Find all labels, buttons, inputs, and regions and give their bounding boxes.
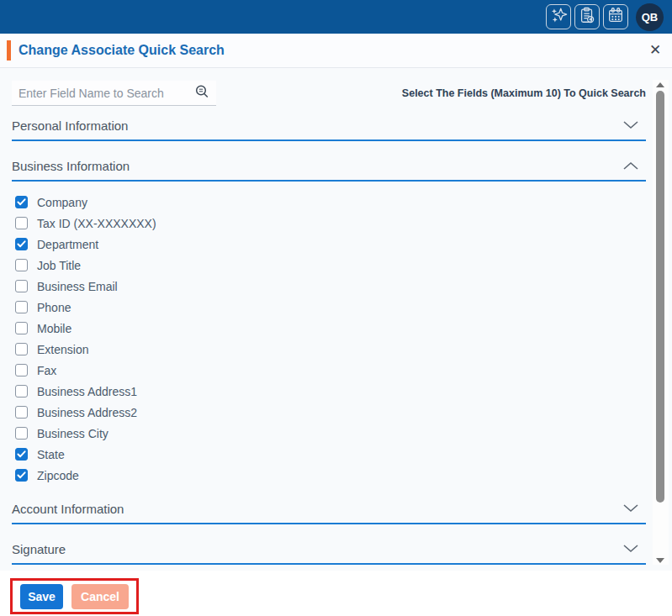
field-row-job-title: Job Title	[15, 255, 672, 276]
field-row-extension: Extension	[15, 339, 672, 360]
vertical-scrollbar	[653, 80, 669, 565]
field-label: State	[37, 448, 65, 461]
field-row-state: State	[15, 444, 672, 465]
checkbox-fax[interactable]	[15, 364, 28, 376]
section-signature[interactable]: Signature	[12, 541, 646, 565]
clipboard-add-icon	[578, 6, 596, 28]
scroll-up-arrow[interactable]	[656, 82, 664, 87]
field-row-business-city: Business City	[15, 423, 672, 444]
calendar-icon	[606, 6, 625, 28]
close-icon[interactable]: ✕	[646, 41, 664, 60]
field-label: Extension	[37, 343, 88, 356]
chevron-down-icon	[622, 118, 639, 133]
field-label: Business City	[37, 427, 108, 440]
user-avatar[interactable]: QB	[636, 3, 664, 31]
field-label: Business Address2	[37, 406, 137, 419]
checkbox-zipcode[interactable]	[15, 469, 28, 482]
title-accent-bar	[7, 40, 11, 61]
section-label: Account Information	[12, 502, 124, 516]
field-row-business-email: Business Email	[15, 276, 672, 297]
checkbox-business-address1[interactable]	[15, 385, 28, 398]
chevron-up-icon	[622, 158, 639, 173]
field-row-business-address1: Business Address1	[15, 381, 672, 402]
field-label: Business Email	[37, 280, 118, 293]
field-row-fax: Fax	[15, 360, 672, 381]
field-label: Fax	[37, 364, 56, 377]
calendar-button[interactable]	[603, 4, 628, 29]
field-label: Phone	[37, 301, 71, 314]
field-row-zipcode: Zipcode	[15, 465, 672, 486]
checkbox-business-email[interactable]	[15, 280, 28, 292]
checkbox-business-address2[interactable]	[15, 406, 28, 419]
checkbox-state[interactable]	[15, 448, 28, 461]
field-row-business-address2: Business Address2	[15, 402, 672, 423]
max-fields-hint-top: Select The Fields (Maximum 10) To Quick …	[402, 87, 646, 99]
app-top-bar: QB	[0, 0, 672, 34]
cancel-button[interactable]: Cancel	[71, 584, 129, 609]
section-label: Business Information	[12, 159, 130, 173]
sparkles-icon	[549, 6, 568, 28]
field-search-box	[12, 81, 216, 106]
field-row-department: Department	[15, 234, 672, 255]
dialog-content: Select The Fields (Maximum 10) To Quick …	[0, 68, 672, 571]
section-personal-information[interactable]: Personal Information	[12, 118, 646, 141]
checkbox-company[interactable]	[15, 196, 28, 208]
clipboard-add-button[interactable]	[574, 4, 600, 29]
sparkles-button[interactable]	[546, 4, 571, 29]
checkbox-job-title[interactable]	[15, 259, 28, 271]
field-label: Department	[37, 238, 98, 251]
field-row-mobile: Mobile	[15, 318, 672, 339]
field-label: Zipcode	[37, 469, 79, 482]
search-icon[interactable]	[194, 84, 209, 103]
scrollbar-thumb[interactable]	[656, 91, 664, 503]
field-label: Company	[37, 196, 87, 209]
checkbox-extension[interactable]	[15, 343, 28, 355]
quick-search-dialog: QB Change Associate Quick Search ✕ Selec	[0, 0, 672, 616]
section-business-information[interactable]: Business Information	[12, 158, 646, 182]
field-row-phone: Phone	[15, 297, 672, 318]
checkbox-business-city[interactable]	[15, 427, 28, 440]
field-row-company: Company	[15, 192, 672, 213]
chevron-down-icon	[622, 501, 639, 516]
checkbox-mobile[interactable]	[15, 322, 28, 334]
annotation-highlight-box: Save Cancel	[10, 578, 139, 614]
business-fields-list: Company Tax ID (XX-XXXXXXX) Department J…	[15, 192, 672, 486]
field-label: Tax ID (XX-XXXXXXX)	[37, 217, 156, 230]
section-label: Signature	[12, 542, 66, 556]
checkbox-department[interactable]	[15, 238, 28, 250]
section-account-information[interactable]: Account Information	[12, 501, 646, 524]
field-label: Business Address1	[37, 385, 137, 398]
section-label: Personal Information	[12, 118, 128, 133]
field-label: Job Title	[37, 259, 81, 272]
field-row-tax-id: Tax ID (XX-XXXXXXX)	[15, 213, 672, 234]
dialog-title: Change Associate Quick Search	[19, 43, 225, 58]
scroll-down-arrow[interactable]	[656, 558, 664, 563]
dialog-footer: Save Cancel	[0, 571, 672, 616]
search-row: Select The Fields (Maximum 10) To Quick …	[12, 81, 646, 106]
chevron-down-icon	[622, 541, 639, 556]
checkbox-tax-id[interactable]	[15, 217, 28, 229]
save-button[interactable]: Save	[20, 584, 63, 609]
checkbox-phone[interactable]	[15, 301, 28, 313]
field-search-input[interactable]	[19, 87, 194, 100]
dialog-title-bar: Change Associate Quick Search ✕	[0, 34, 672, 68]
field-label: Mobile	[37, 322, 71, 335]
